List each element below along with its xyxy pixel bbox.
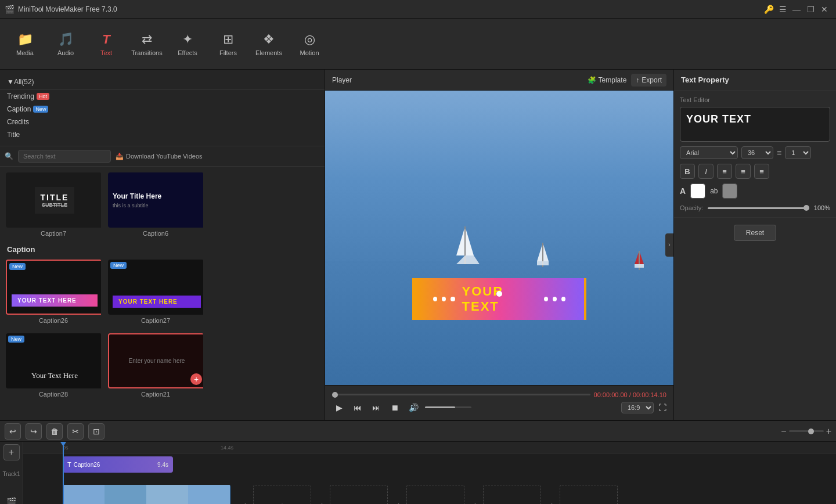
zoom-track[interactable] bbox=[789, 430, 824, 432]
template-icon: 🧩 bbox=[588, 76, 596, 84]
size-select[interactable]: 36 24 48 72 bbox=[741, 146, 773, 159]
tool-effects[interactable]: ✦ Effects bbox=[167, 23, 208, 65]
text-editor-box[interactable]: YOUR TEXT bbox=[680, 107, 830, 142]
font-select[interactable]: Arial Times New Roman Verdana bbox=[680, 146, 738, 159]
nav-trending-label: Trending bbox=[7, 92, 34, 100]
caption-clip[interactable]: T Caption26 9.4s bbox=[63, 456, 173, 473]
add-track-btn[interactable]: + bbox=[3, 444, 20, 460]
panel-toggle[interactable]: › bbox=[665, 233, 673, 257]
tool-audio[interactable]: 🎵 Audio bbox=[45, 23, 86, 65]
zoom-in-btn[interactable]: + bbox=[826, 426, 831, 437]
text-editor-section: Text Editor YOUR TEXT Arial Times New Ro… bbox=[674, 91, 836, 218]
template-caption28[interactable]: New Your Text Here Caption28 bbox=[5, 332, 102, 401]
close-btn[interactable]: ✕ bbox=[817, 2, 831, 16]
tool-text[interactable]: T Text bbox=[86, 23, 127, 65]
text-overlay: YOUR TEXT bbox=[412, 278, 586, 320]
zoom-dot bbox=[808, 429, 814, 434]
undo-btn[interactable]: ↩ bbox=[5, 423, 21, 440]
progress-track[interactable] bbox=[332, 394, 590, 395]
ruler-mid: 14.4s bbox=[221, 445, 233, 451]
template-caption21[interactable]: + Enter your name here Caption21 bbox=[107, 332, 204, 401]
tool-filters[interactable]: ⊞ Filters bbox=[208, 23, 248, 65]
text-color-box[interactable] bbox=[690, 183, 705, 199]
italic-btn[interactable]: I bbox=[698, 164, 714, 179]
nav-trending[interactable]: Trending Hot bbox=[0, 90, 325, 103]
key-btn[interactable]: 🔑 bbox=[762, 2, 776, 16]
template-caption26[interactable]: New YOUR TEXT HERE Caption26 bbox=[5, 258, 102, 327]
crop-btn[interactable]: ⊡ bbox=[88, 423, 105, 440]
bg-color-box[interactable] bbox=[722, 183, 737, 199]
template-caption6[interactable]: Your Title Here this is a subtitle Capti… bbox=[107, 171, 204, 240]
drop-zone-5[interactable] bbox=[560, 485, 618, 504]
overlay-handle-top[interactable] bbox=[496, 291, 502, 297]
elements-label: Elements bbox=[255, 49, 282, 56]
drop-zone-3[interactable] bbox=[406, 485, 464, 504]
reset-btn[interactable]: Reset bbox=[734, 225, 776, 241]
next-frame-btn[interactable]: ⏭ bbox=[369, 401, 383, 415]
volume-track[interactable] bbox=[425, 406, 471, 408]
template-label: Template bbox=[599, 76, 627, 84]
video-frame-1 bbox=[63, 485, 105, 504]
align-left-btn[interactable]: ≡ bbox=[717, 164, 732, 179]
stop-btn[interactable]: ⏹ bbox=[388, 401, 402, 415]
play-btn[interactable]: ▶ bbox=[332, 401, 346, 415]
tool-media[interactable]: 📁 Media bbox=[5, 23, 45, 65]
template-btn[interactable]: 🧩 Template bbox=[583, 74, 632, 87]
restore-btn[interactable]: ❐ bbox=[803, 2, 817, 16]
volume-fill bbox=[425, 406, 455, 408]
tool-motion[interactable]: ◎ Motion bbox=[289, 23, 330, 65]
opacity-fill bbox=[708, 207, 809, 209]
caption6-label: Caption6 bbox=[108, 230, 203, 239]
redo-btn[interactable]: ↪ bbox=[26, 423, 42, 440]
drop-zone-4[interactable] bbox=[483, 485, 541, 504]
progress-bar-container: 00:00:00.00 / 00:00:14.10 bbox=[332, 391, 666, 398]
nav-title[interactable]: Title bbox=[0, 128, 325, 141]
prev-frame-btn[interactable]: ⏮ bbox=[351, 401, 365, 415]
arrow-replace-2[interactable]: ⇄ bbox=[317, 501, 324, 504]
fullscreen-btn[interactable]: ⛶ bbox=[658, 403, 666, 412]
volume-btn[interactable]: 🔊 bbox=[406, 401, 420, 415]
cut-btn[interactable]: ✂ bbox=[67, 423, 84, 440]
menu-btn[interactable]: ☰ bbox=[776, 2, 790, 16]
align-center-btn[interactable]: ≡ bbox=[736, 164, 751, 179]
caption27-thumb: New YOUR TEXT HERE bbox=[108, 260, 204, 315]
download-btn[interactable]: 📥 Download YouTube Videos bbox=[116, 153, 203, 160]
export-label: Export bbox=[642, 76, 662, 84]
zoom-out-btn[interactable]: − bbox=[781, 426, 786, 437]
text-icon: T bbox=[102, 32, 110, 47]
filters-icon: ⊞ bbox=[223, 32, 233, 47]
bold-btn[interactable]: B bbox=[680, 164, 695, 179]
template-caption7[interactable]: TITLE SUBTITLE Caption7 bbox=[5, 171, 102, 240]
nav-caption[interactable]: Caption New bbox=[0, 103, 325, 116]
tool-transitions[interactable]: ⇄ Transitions bbox=[127, 23, 167, 65]
align-right-btn[interactable]: ≡ bbox=[754, 164, 769, 179]
drop-zone-2[interactable] bbox=[330, 485, 388, 504]
drop-zone-1[interactable]: ↓ bbox=[253, 485, 311, 504]
tool-elements[interactable]: ❖ Elements bbox=[248, 23, 289, 65]
left-nav: ▼ All(52) Trending Hot Caption New Credi… bbox=[0, 70, 325, 146]
caption21-label: Caption21 bbox=[108, 391, 203, 400]
arrow-replace-5[interactable]: ⇄ bbox=[547, 501, 554, 504]
search-input[interactable] bbox=[18, 150, 111, 163]
timeline-content: + Track1 🎬 🎵 0s 14.4s T bbox=[0, 442, 836, 504]
titlebar: 🎬 MiniTool MovieMaker Free 7.3.0 🔑 ☰ — ❐… bbox=[0, 0, 836, 19]
playhead-line[interactable] bbox=[63, 442, 64, 504]
template-caption27[interactable]: New YOUR TEXT HERE Caption27 bbox=[107, 258, 204, 327]
nav-credits-label: Credits bbox=[7, 118, 29, 126]
line-select[interactable]: 1 1.5 2 bbox=[785, 146, 811, 159]
media-icon: 📁 bbox=[17, 32, 33, 47]
arrow-replace-3[interactable]: ⇄ bbox=[394, 501, 401, 504]
caption6-thumb: Your Title Here this is a subtitle bbox=[108, 172, 204, 228]
video-clip-main[interactable]: 🔊 bbox=[63, 485, 231, 504]
trending-hot-badge: Hot bbox=[37, 93, 49, 100]
right-panel: Text Property Text Editor YOUR TEXT Aria… bbox=[673, 70, 836, 420]
opacity-track[interactable] bbox=[708, 207, 809, 209]
arrow-replace-4[interactable]: ⇄ bbox=[470, 501, 477, 504]
ratio-select[interactable]: 16:9 9:16 1:1 4:3 bbox=[621, 402, 654, 413]
opacity-label: Opacity: bbox=[680, 204, 703, 211]
arrow-replace-1[interactable]: ⇄ bbox=[240, 501, 247, 504]
nav-credits[interactable]: Credits bbox=[0, 116, 325, 128]
export-btn[interactable]: ↑ Export bbox=[631, 74, 666, 87]
delete-clip-btn[interactable]: 🗑 bbox=[46, 423, 63, 440]
minimize-btn[interactable]: — bbox=[790, 2, 803, 16]
